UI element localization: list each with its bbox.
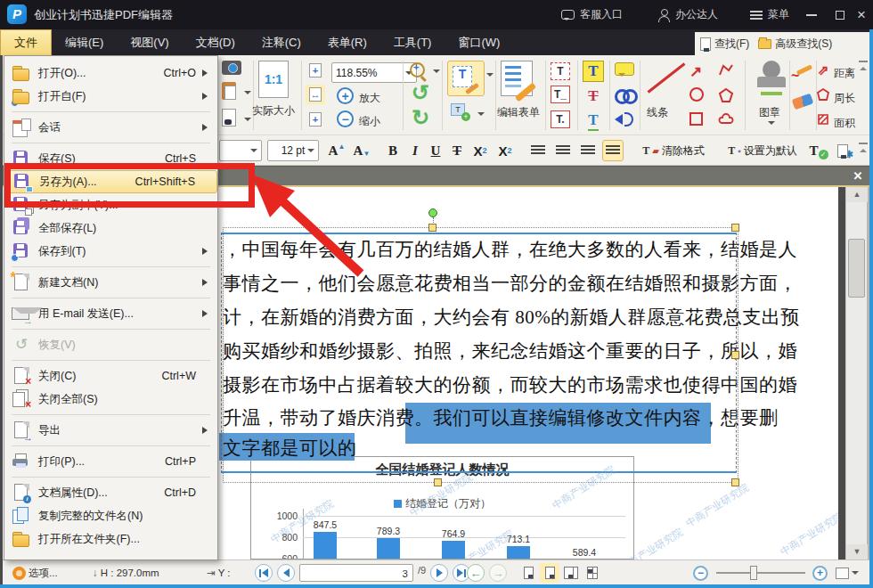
menu-item-open[interactable]: 打开(O)...Ctrl+O [4,61,217,85]
single-page-button[interactable] [518,563,538,583]
align-left-button[interactable] [527,140,549,161]
zoom-slider-thumb[interactable] [750,566,757,580]
shrink-font-button[interactable]: A▼ [351,140,372,161]
polygon-tool-button[interactable] [718,87,734,103]
menu-form[interactable]: 表单(R) [314,29,380,55]
previous-page-button[interactable] [277,564,295,582]
page-search-caret-icon[interactable] [244,118,251,125]
arrow-tool-button[interactable]: ↗ [689,62,702,81]
zoom-slider[interactable] [716,560,805,585]
close-button[interactable]: × [848,0,873,29]
italic-button[interactable]: I [406,140,424,161]
circle-tool-button[interactable] [689,87,704,102]
page-number-input[interactable]: 3 [299,564,413,582]
zoom-slider-track[interactable] [716,572,805,574]
strikeout-text-button[interactable]: T [583,86,604,107]
stamp-caret-icon[interactable] [768,121,775,128]
rotation-handle[interactable] [428,208,437,217]
menu-item-send-email[interactable]: →用 E-mail 发送(E)... [4,302,217,325]
cloud-tool-button[interactable] [718,112,734,128]
scrollbar-thumb[interactable] [848,239,865,298]
menu-file[interactable]: 文件 [0,29,52,55]
find-button[interactable]: 查找(F) [714,37,749,52]
zoom-combo[interactable]: 118.55% [331,62,417,83]
align-center-button[interactable] [552,140,574,161]
resize-handle-top-right[interactable] [731,224,739,232]
office-expert-button[interactable]: 办公达人 [657,0,718,29]
menu-view[interactable]: 视图(V) [117,29,182,55]
zoom-out-button[interactable]: − [337,110,354,127]
font-size-combo[interactable]: 12 pt [267,140,319,161]
back-view-button[interactable]: ← [467,564,485,582]
set-default-button[interactable]: T▪设置为默认 [718,140,807,161]
resize-handle-bottom[interactable] [434,478,442,486]
fullwidth-view-button[interactable] [836,560,859,585]
link-button[interactable] [615,87,634,102]
text-field-button[interactable]: T [551,62,570,80]
menu-item-document-properties[interactable]: i文档属性(D)...Ctrl+D [4,481,217,504]
menu-item-close-all[interactable]: ×关闭全部(S) [4,388,217,411]
note-comment-button[interactable] [615,62,634,76]
rotate-right-button[interactable]: ↻ [412,107,429,128]
menu-comment[interactable]: 注释(C) [249,29,314,55]
fit-page-button[interactable]: + [306,61,325,80]
scroll-down-icon[interactable]: ▼ [846,544,868,559]
underline-button[interactable]: U [426,140,445,161]
rectangle-tool-button[interactable] [689,112,703,126]
superscript-button[interactable]: X2 [494,140,517,161]
polyline-tool-button[interactable] [718,62,734,78]
line-tool-button[interactable] [643,62,682,94]
subscript-button[interactable]: X2 [469,140,492,161]
format-settings-button[interactable]: ✱ [836,140,855,161]
actual-size-button[interactable]: 1:1 [258,61,289,98]
four-page-button[interactable] [583,563,602,583]
eraser-tool-button[interactable] [793,96,812,107]
paste-caret-icon[interactable] [244,91,251,98]
add-image-text-caret-icon[interactable] [477,112,485,119]
clear-format-button[interactable]: T▰清除格式 [634,140,713,161]
scroll-up-icon[interactable]: ▲ [846,187,868,202]
text-field-multi-button[interactable]: T. [551,110,570,128]
menu-item-save-to[interactable]: 保存到(T) [4,240,217,263]
highlight-text-button[interactable]: T [583,61,604,82]
text-field-single-button[interactable]: T_ [551,86,570,103]
paste-button[interactable] [222,82,236,100]
area-tool-button[interactable] [816,112,830,127]
continuous-page-button[interactable] [540,563,559,583]
first-page-button[interactable] [255,564,273,582]
rotate-left-button[interactable]: ↺ [412,82,429,103]
minimize-button[interactable] [798,0,825,29]
menu-window[interactable]: 窗口(W) [445,29,513,55]
perimeter-tool-button[interactable] [816,87,830,102]
toolbar-collapse-icon[interactable] [859,61,869,69]
menu-item-print[interactable]: 打印(P)...Ctrl+P [4,450,217,473]
support-entry-button[interactable]: 客服入口 [561,0,623,29]
zoom-in-small-button[interactable]: + [812,560,828,585]
pencil-tool-button[interactable] [793,66,814,78]
page-search-button[interactable] [222,109,236,127]
grow-font-button[interactable]: A▲ [326,140,347,161]
resize-handle-top[interactable] [428,224,436,232]
menu-item-export[interactable]: →导出 [4,419,217,442]
fit-width-button[interactable]: ↔ [306,85,325,104]
options-button[interactable]: 选项... [12,560,58,585]
menu-item-new-document[interactable]: *新建文档(N) [4,271,217,294]
zoom-out-small-button[interactable]: − [693,560,708,585]
resize-handle-right[interactable] [731,351,739,359]
underline-text-button[interactable]: T [583,110,604,132]
menu-item-session[interactable]: 会话 [4,116,217,139]
menu-item-copy-full-filename[interactable]: 复制完整的文件名(N) [4,504,217,527]
apply-format-button[interactable]: T✓ [807,140,830,161]
document-close-icon[interactable]: ✕ [850,168,866,184]
menu-item-save-all[interactable]: 全部保存(L) [4,216,217,240]
menu-item-open-from[interactable]: 打开自(F) [4,85,217,108]
app-menu-button[interactable]: 菜单 [750,0,789,29]
edit-content-caret-icon[interactable] [486,73,494,80]
bold-button[interactable]: B [383,140,403,161]
forward-view-button[interactable]: → [489,564,507,582]
two-page-button[interactable] [561,563,581,583]
snapshot-button[interactable] [222,61,241,75]
edit-form-button[interactable] [501,61,533,96]
menu-item-close[interactable]: ×关闭(C)Ctrl+W [4,364,217,388]
stamp-button[interactable] [754,61,789,96]
